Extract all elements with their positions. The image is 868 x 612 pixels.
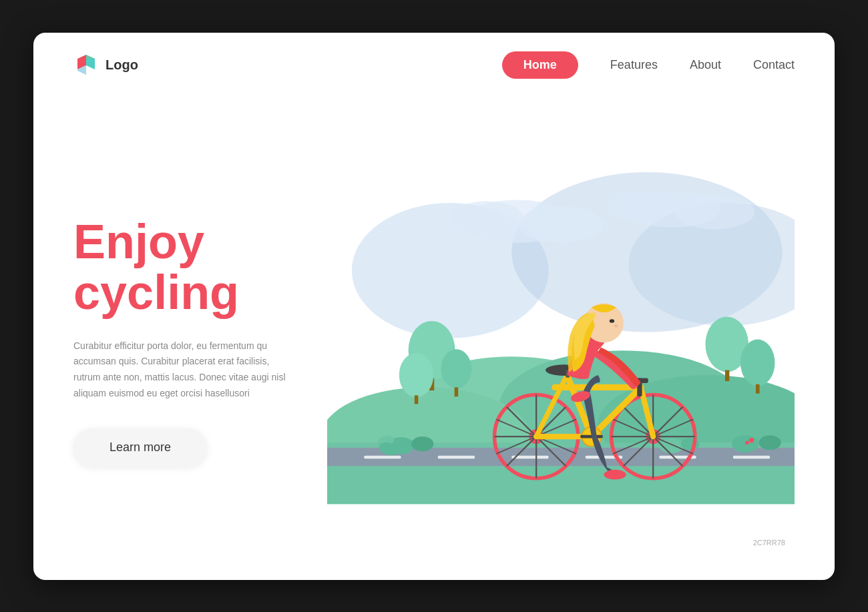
- page-wrapper: Logo Home Features About Contact Enjoy c…: [33, 33, 835, 580]
- header: Logo Home Features About Contact: [33, 33, 835, 97]
- svg-marker-3: [86, 55, 95, 59]
- logo-label: Logo: [105, 57, 138, 73]
- svg-point-40: [732, 435, 759, 452]
- svg-rect-25: [733, 455, 770, 458]
- hero-description: Curabitur efficitur porta dolor, eu ferm…: [73, 338, 287, 402]
- svg-point-12: [607, 190, 674, 221]
- svg-point-77: [614, 324, 618, 327]
- svg-point-42: [749, 437, 754, 442]
- svg-rect-29: [455, 387, 459, 396]
- main-content: Enjoy cycling Curabitur efficitur porta …: [33, 97, 835, 580]
- nav-home[interactable]: Home: [502, 51, 578, 79]
- svg-rect-31: [415, 395, 419, 404]
- svg-point-30: [399, 352, 434, 396]
- svg-point-41: [759, 435, 781, 450]
- svg-rect-20: [364, 455, 401, 458]
- watermark: 2C7RR78: [749, 537, 789, 548]
- svg-point-74: [604, 469, 626, 479]
- svg-point-9: [450, 201, 524, 236]
- svg-rect-21: [438, 455, 475, 458]
- learn-more-button[interactable]: Learn more: [73, 428, 207, 467]
- right-panel: 2C7RR78: [327, 111, 795, 553]
- main-nav: Home Features About Contact: [502, 51, 795, 79]
- svg-rect-33: [725, 370, 729, 381]
- cycling-illustration: [327, 111, 795, 553]
- nav-about[interactable]: About: [690, 58, 721, 72]
- svg-point-37: [411, 436, 433, 451]
- hero-title: Enjoy cycling: [73, 217, 327, 318]
- logo-area: Logo: [73, 52, 138, 77]
- svg-point-76: [610, 319, 614, 323]
- left-panel: Enjoy cycling Curabitur efficitur porta …: [73, 111, 327, 553]
- svg-point-34: [740, 339, 775, 386]
- svg-point-43: [745, 440, 749, 444]
- nav-contact[interactable]: Contact: [753, 58, 795, 72]
- svg-point-10: [518, 206, 604, 242]
- svg-point-13: [674, 195, 754, 230]
- nav-features[interactable]: Features: [610, 58, 658, 72]
- logo-icon: [73, 52, 99, 77]
- svg-point-28: [441, 349, 471, 388]
- svg-rect-35: [756, 384, 760, 393]
